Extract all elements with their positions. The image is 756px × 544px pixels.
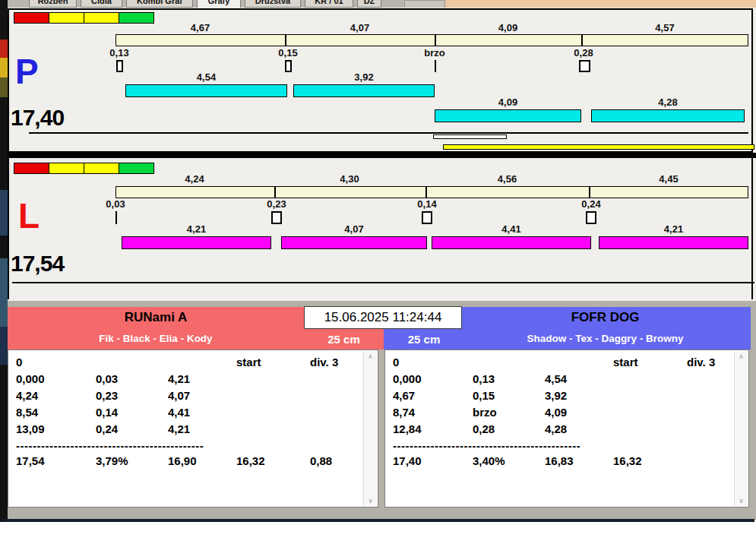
run-bar <box>125 84 287 97</box>
cell: 0,15 <box>473 387 545 404</box>
cell: 17,54 <box>16 453 96 470</box>
scroll-up-icon[interactable]: ∧ <box>735 351 748 362</box>
table-row: 4,240,234,07 <box>16 387 361 404</box>
cell <box>236 421 310 438</box>
cell: 4,21 <box>168 421 236 438</box>
cell: 0,23 <box>96 387 168 404</box>
start-light <box>49 163 84 173</box>
split-segment <box>116 35 285 46</box>
table-row: 8,540,144,41 <box>16 404 361 421</box>
cell <box>613 387 687 404</box>
scroll-down-icon[interactable]: ∨ <box>364 495 377 506</box>
split-time-label: 4,56 <box>477 173 538 184</box>
cell <box>236 371 310 387</box>
run-time-label: 4,41 <box>481 223 542 234</box>
cell: 0,28 <box>473 421 545 438</box>
change-marker-box <box>285 60 292 72</box>
cell: 4,21 <box>168 371 236 387</box>
cell: 13,09 <box>16 421 96 438</box>
cell <box>687 404 732 421</box>
cell <box>613 421 687 438</box>
cell: 3,79% <box>96 453 168 470</box>
run-bar <box>432 236 591 249</box>
change-time-label: 0,13 <box>89 47 150 58</box>
cell: start <box>613 354 687 371</box>
cell <box>310 404 361 421</box>
team-left-scrollbar[interactable]: ∧ ∨ <box>363 351 377 506</box>
cell: 0 <box>16 354 96 371</box>
cell: 0 <box>393 354 473 371</box>
cell: 16,83 <box>545 453 613 470</box>
splits-bar-p <box>115 34 748 46</box>
table-row: 4,670,153,92 <box>393 387 732 404</box>
team-right-jump-height: 25 cm <box>386 333 462 346</box>
team-right-scrollbar[interactable]: ∧ ∨ <box>734 351 748 506</box>
cell <box>168 354 236 371</box>
cell: 8,54 <box>16 404 96 421</box>
team-right-results-body: 0startdiv. 30,0000,134,544,670,153,928,7… <box>393 354 732 504</box>
cell: 16,90 <box>168 453 236 470</box>
change-time-label: brzo <box>404 47 465 58</box>
cell: start <box>236 354 310 371</box>
cell: 16,32 <box>613 453 687 470</box>
table-head-row: 0startdiv. 3 <box>16 354 361 371</box>
table-divider: ----------------------------------------… <box>16 438 361 453</box>
split-segment <box>435 35 581 46</box>
team-left-results-table: 0startdiv. 30,0000,034,214,240,234,078,5… <box>8 349 378 508</box>
cell <box>687 453 732 470</box>
start-light <box>49 13 84 23</box>
cell: 4,54 <box>545 371 613 387</box>
cell <box>310 387 361 404</box>
cell: 17,40 <box>393 453 473 470</box>
cell <box>473 354 545 371</box>
scroll-up-icon[interactable]: ∧ <box>364 351 377 362</box>
split-segment <box>425 187 588 198</box>
team-left-results-body: 0startdiv. 30,0000,034,214,240,234,078,5… <box>16 354 361 504</box>
timestamp: 15.06.2025 11:24:44 <box>304 306 462 329</box>
cell: 0,14 <box>96 404 168 421</box>
split-time-label: 4,09 <box>478 22 539 33</box>
run-bar <box>281 236 427 249</box>
cell: 4,28 <box>545 421 613 438</box>
splits-bar-l <box>115 186 748 198</box>
split-segment <box>285 35 435 46</box>
aux-bar <box>443 144 754 150</box>
start-light <box>84 13 119 23</box>
run-time-label: 4,07 <box>324 223 384 234</box>
scroll-down-icon[interactable]: ∨ <box>735 495 748 506</box>
cell <box>687 421 732 438</box>
run-bar <box>435 109 581 122</box>
team-right-dogs: Shadow - Tex - Daggry - Browny <box>462 332 748 346</box>
change-time-label: 0,23 <box>246 198 307 209</box>
run-time-label: 4,54 <box>176 71 237 82</box>
change-time-label: 0,15 <box>258 47 318 58</box>
split-time-label: 4,07 <box>330 22 391 33</box>
run-bar <box>293 84 435 97</box>
change-time-label: 0,28 <box>553 47 614 58</box>
lane-total-l: 17,54 <box>11 251 64 276</box>
cell: 3,40% <box>473 453 545 470</box>
cell: 16,32 <box>236 453 310 470</box>
split-segment <box>274 187 426 198</box>
change-marker-line <box>115 211 117 224</box>
cell: 0,24 <box>96 421 168 438</box>
team-left-dogs: Fik - Black - Elia - Kody <box>8 332 304 346</box>
cell: brzo <box>473 404 545 421</box>
split-segment <box>589 187 748 198</box>
cell: div. 3 <box>687 354 732 371</box>
start-light <box>14 163 49 173</box>
team-left-jump-height: 25 cm <box>304 333 384 346</box>
team-right-results-table: 0startdiv. 30,0000,134,544,670,153,928,7… <box>384 349 749 508</box>
cell: 4,07 <box>168 387 236 404</box>
window-bottom-border <box>2 519 754 522</box>
start-light <box>84 163 119 173</box>
split-segment <box>116 187 274 198</box>
change-time-label: 0,03 <box>85 198 146 209</box>
traffic-lights-l <box>14 163 154 174</box>
tab-grafy[interactable]: Grafy <box>197 0 241 8</box>
cell <box>236 404 310 421</box>
change-marker-box <box>422 211 432 224</box>
table-row: 8,74brzo4,09 <box>393 404 732 421</box>
cell <box>687 371 732 387</box>
cell <box>236 387 310 404</box>
